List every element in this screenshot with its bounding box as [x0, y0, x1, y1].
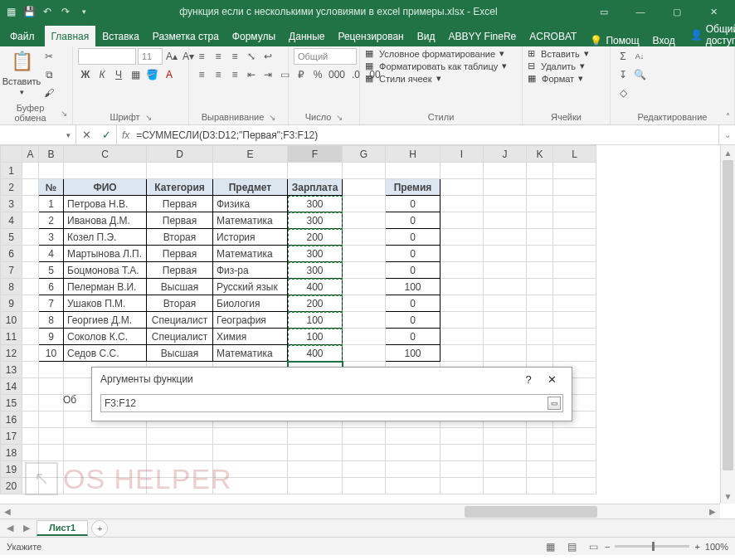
cell-A20[interactable] — [22, 478, 39, 494]
cell-E12[interactable]: Математика — [213, 345, 288, 362]
cell-K8[interactable] — [527, 279, 553, 295]
cell-A3[interactable] — [22, 196, 39, 212]
conditional-formatting-button[interactable]: ▦ Условное форматирование ▾ — [365, 48, 504, 59]
cell-L18[interactable] — [553, 445, 596, 461]
cell-F4[interactable]: 300 — [288, 212, 343, 229]
cell-E3[interactable]: Физика — [213, 196, 288, 212]
row-header[interactable]: 15 — [1, 395, 22, 411]
cell-B10[interactable]: 8 — [39, 312, 64, 329]
cell-C5[interactable]: Козел П.Э. — [64, 229, 147, 246]
bold-icon[interactable]: Ж — [78, 66, 93, 83]
fx-icon[interactable]: fx — [122, 129, 129, 141]
cell-B8[interactable]: 6 — [39, 279, 64, 295]
share-button[interactable]: 👤Общий доступ — [682, 23, 735, 46]
orientation-icon[interactable]: ⤡ — [244, 48, 259, 65]
cell-I8[interactable] — [441, 279, 484, 295]
cell-H1[interactable] — [386, 163, 441, 179]
close-icon[interactable]: ✕ — [695, 0, 732, 23]
cell-D8[interactable]: Высшая — [147, 279, 213, 295]
cell-A15[interactable] — [22, 395, 39, 411]
cell-L12[interactable] — [553, 345, 596, 362]
col-header-K[interactable]: K — [527, 146, 553, 163]
row-header[interactable]: 7 — [1, 262, 22, 279]
cell-E10[interactable]: География — [213, 312, 288, 329]
cell-G3[interactable] — [343, 196, 386, 212]
row-header[interactable]: 1 — [1, 163, 22, 179]
row-header[interactable]: 3 — [1, 196, 22, 212]
cell-L17[interactable] — [553, 428, 596, 445]
cell-G7[interactable] — [343, 262, 386, 279]
cell-I5[interactable] — [441, 229, 484, 246]
row-header[interactable]: 17 — [1, 428, 22, 445]
align-center-icon[interactable]: ≡ — [211, 66, 226, 83]
cell-K1[interactable] — [527, 163, 553, 179]
cell-L5[interactable] — [553, 229, 596, 246]
cell-G20[interactable] — [343, 478, 386, 494]
cell-A17[interactable] — [22, 428, 39, 445]
cell-K12[interactable] — [527, 345, 553, 362]
cell-E5[interactable]: История — [213, 229, 288, 246]
cell-I19[interactable] — [441, 461, 484, 478]
cell-D17[interactable] — [147, 428, 213, 445]
cell-L7[interactable] — [553, 262, 596, 279]
cell-H8[interactable]: 100 — [386, 279, 441, 295]
dialog-close-icon[interactable]: ✕ — [540, 373, 563, 386]
row-header[interactable]: 4 — [1, 212, 22, 229]
align-mid-icon[interactable]: ≡ — [211, 48, 226, 65]
cell-F7[interactable]: 300 — [288, 262, 343, 279]
cell-A12[interactable] — [22, 345, 39, 362]
zoom-value[interactable]: 100% — [705, 542, 728, 552]
align-right-icon[interactable]: ≡ — [227, 66, 242, 83]
cell-A2[interactable] — [22, 179, 39, 196]
align-top-icon[interactable]: ≡ — [194, 48, 209, 65]
cell-B4[interactable]: 2 — [39, 212, 64, 229]
cell-B5[interactable]: 3 — [39, 229, 64, 246]
cell-H4[interactable]: 0 — [386, 212, 441, 229]
italic-icon[interactable]: К — [95, 66, 110, 83]
cell-C7[interactable]: Боцмонова Т.А. — [64, 262, 147, 279]
cell-H17[interactable] — [386, 428, 441, 445]
row-header[interactable]: 16 — [1, 411, 22, 428]
cell-C10[interactable]: Георгиев Д.М. — [64, 312, 147, 329]
cell-F9[interactable]: 200 — [288, 295, 343, 312]
format-cells-button[interactable]: ▦ Формат ▾ — [528, 73, 583, 84]
cell-J7[interactable] — [484, 262, 527, 279]
cell-D18[interactable] — [147, 445, 213, 461]
cell-H3[interactable]: 0 — [386, 196, 441, 212]
cell-K10[interactable] — [527, 312, 553, 329]
cell-G4[interactable] — [343, 212, 386, 229]
cell-F5[interactable]: 200 — [288, 229, 343, 246]
cell-A5[interactable] — [22, 229, 39, 246]
cell-H19[interactable] — [386, 461, 441, 478]
row-header[interactable]: 5 — [1, 229, 22, 246]
indent-dec-icon[interactable]: ⇤ — [244, 66, 259, 83]
cell-D11[interactable]: Специалист — [147, 329, 213, 345]
vertical-scrollbar[interactable]: ▲▼ — [720, 145, 735, 504]
cell-G19[interactable] — [343, 461, 386, 478]
col-header-D[interactable]: D — [147, 146, 213, 163]
tab-abbyy[interactable]: ABBYY FineRe — [441, 27, 523, 46]
col-header-G[interactable]: G — [343, 146, 386, 163]
cell-B3[interactable]: 1 — [39, 196, 64, 212]
cell-C18[interactable] — [64, 445, 147, 461]
enter-formula-icon[interactable]: ✓ — [96, 129, 116, 141]
cell-C4[interactable]: Иванова Д.М. — [64, 212, 147, 229]
tab-formulas[interactable]: Формулы — [226, 27, 282, 46]
select-all-corner[interactable] — [1, 146, 22, 163]
col-header-H[interactable]: H — [386, 146, 441, 163]
align-bot-icon[interactable]: ≡ — [227, 48, 242, 65]
delete-cells-button[interactable]: ⊟ Удалить ▾ — [528, 61, 585, 71]
cell-J5[interactable] — [484, 229, 527, 246]
view-layout-icon[interactable]: ▤ — [562, 541, 583, 553]
cell-C2[interactable]: ФИО — [64, 179, 147, 196]
cell-K2[interactable] — [527, 179, 553, 196]
fill-icon[interactable]: ↧ — [616, 66, 630, 83]
row-header[interactable]: 18 — [1, 445, 22, 461]
cell-B1[interactable] — [39, 163, 64, 179]
minimize-icon[interactable]: — — [622, 0, 659, 23]
cell-I6[interactable] — [441, 246, 484, 262]
qat-customize-icon[interactable]: ▾ — [76, 4, 91, 19]
row-header[interactable]: 20 — [1, 478, 22, 494]
cell-C1[interactable] — [64, 163, 147, 179]
cell-B15[interactable] — [39, 395, 64, 411]
